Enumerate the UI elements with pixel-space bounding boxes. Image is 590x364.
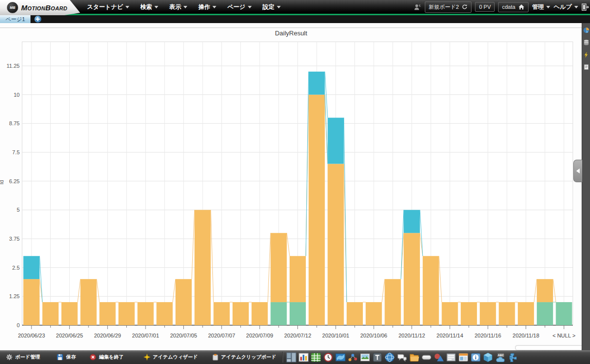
database-icon[interactable] [583, 39, 590, 45]
board-name-box[interactable]: 新規ボード2 [425, 1, 472, 13]
bar-segment-orange-5[interactable] [118, 302, 135, 325]
bar-segment-orange-11[interactable] [233, 302, 249, 325]
bar-segment-orange-10[interactable] [213, 302, 230, 325]
bar-segment-orange-1[interactable] [42, 302, 59, 325]
bar-segment-orange-26[interactable] [518, 302, 534, 325]
menu-admin[interactable]: 管理 [532, 3, 550, 11]
home-icon[interactable] [518, 4, 525, 10]
document-icon[interactable] [583, 63, 590, 70]
menu-item-4[interactable]: ページ [223, 0, 256, 14]
bar-segment-orange-9[interactable] [195, 210, 211, 325]
layout-item-icon[interactable] [286, 352, 296, 363]
horizontal-scrollbar-thumb[interactable] [515, 345, 582, 350]
toolbar-button-4[interactable]: アイテムクリップボード [212, 354, 276, 361]
pv-counter: 0 PV [475, 2, 495, 12]
info-item-icon[interactable] [471, 352, 481, 363]
toolbar-button-label: アイテムクリップボード [221, 354, 276, 361]
puzzle-item-icon[interactable] [507, 352, 518, 363]
bar-segment-green-28[interactable] [556, 302, 572, 325]
chevron-down-icon [277, 6, 281, 8]
y-tick-label: 2.5 [12, 265, 20, 271]
bar-segment-orange-24[interactable] [480, 302, 496, 325]
menu-items: スタートナビ検索表示操作ページ設定 [83, 0, 285, 14]
lightning-icon[interactable] [583, 51, 590, 57]
bar-segment-orange-17[interactable] [347, 302, 363, 325]
bar-segment-orange-8[interactable] [176, 279, 192, 325]
y-tick-label: 0 [17, 322, 20, 328]
toolbar-button-label: ボード管理 [15, 354, 40, 361]
tab-page1[interactable]: ページ1 [0, 15, 30, 23]
user-box[interactable]: cdata [498, 2, 529, 12]
cube-item-icon[interactable] [483, 352, 493, 363]
bar-segment-orange-27[interactable] [537, 279, 553, 302]
bar-segment-blue-16[interactable] [327, 118, 344, 164]
bar-segment-blue-15[interactable] [309, 72, 325, 95]
comment-item-icon[interactable] [397, 352, 407, 363]
table-item-icon[interactable] [311, 352, 321, 363]
toolbar-button-2[interactable]: 編集を終了 [89, 354, 123, 361]
reload-icon[interactable] [462, 4, 468, 10]
menu-item-2[interactable]: 表示 [165, 0, 192, 14]
bar-segment-orange-2[interactable] [61, 302, 78, 325]
motionboard-window: MB MOTIONBOARD スタートナビ検索表示操作ページ設定 新規ボード2 … [0, 0, 590, 364]
logout-icon[interactable] [582, 3, 589, 11]
bar-segment-orange-14[interactable] [290, 256, 306, 302]
bar-segment-orange-25[interactable] [499, 302, 515, 325]
bar-segment-blue-0[interactable] [24, 256, 40, 279]
form-item-icon[interactable] [446, 352, 456, 363]
menu-item-3[interactable]: 操作 [194, 0, 221, 14]
item-palette: ABC [286, 352, 518, 363]
map-item-icon[interactable] [335, 352, 346, 363]
x-tick-label: 2020/07/07 [208, 333, 235, 338]
x-tick-label: 2020/06/25 [56, 333, 83, 338]
clock-item-icon[interactable] [323, 352, 333, 363]
bar-segment-green-13[interactable] [270, 302, 287, 325]
bar-segment-green-27[interactable] [537, 302, 553, 325]
shapes-item-icon[interactable] [434, 352, 444, 363]
gear-icon [6, 354, 13, 361]
bar-segment-orange-4[interactable] [99, 302, 116, 325]
bar-segment-orange-23[interactable] [461, 302, 477, 325]
text-item-icon[interactable] [372, 352, 383, 363]
menu-item-1[interactable]: 検索 [136, 0, 163, 14]
abc-item-icon[interactable]: ABC [495, 352, 505, 363]
bar-segment-orange-18[interactable] [366, 302, 382, 325]
window-item-icon[interactable] [458, 352, 469, 363]
bar-segment-orange-3[interactable] [81, 279, 97, 325]
bar-segment-orange-12[interactable] [252, 302, 268, 325]
toolbar-button-3[interactable]: アイテムウィザード [144, 354, 198, 361]
bar-segment-orange-21[interactable] [423, 256, 439, 325]
button-item-icon[interactable] [421, 352, 432, 363]
bar-segment-orange-13[interactable] [270, 233, 287, 302]
scatter-item-icon[interactable] [348, 352, 358, 363]
bar-segment-green-14[interactable] [290, 302, 306, 325]
toolbar-buttons: ボード管理保存編集を終了アイテムウィザードアイテムクリップボード [6, 354, 276, 361]
menu-help[interactable]: ヘルプ [554, 3, 578, 11]
bar-segment-orange-22[interactable] [442, 302, 458, 325]
stop-icon [89, 354, 96, 361]
menu-item-5[interactable]: 設定 [258, 0, 285, 14]
link-item-icon[interactable] [384, 352, 395, 363]
motionboard-logo[interactable]: MB MOTIONBOARD [0, 0, 84, 15]
bar-segment-orange-0[interactable] [24, 279, 40, 325]
menu-item-0[interactable]: スタートナビ [83, 0, 134, 14]
bar-segment-orange-6[interactable] [138, 302, 154, 325]
bar-segment-orange-19[interactable] [384, 279, 401, 325]
wand-icon [144, 354, 150, 361]
panel-collapse-handle[interactable] [573, 160, 582, 182]
assistant-icon[interactable] [414, 3, 421, 11]
bar-segment-orange-7[interactable] [156, 302, 173, 325]
folder-item-icon[interactable] [409, 352, 419, 363]
daily-result-chart[interactable]: 01.252.53.7556.257.58.751011.252020/06/2… [0, 23, 582, 350]
pie-chart-icon[interactable] [583, 27, 590, 33]
toolbar-button-0[interactable]: ボード管理 [6, 354, 40, 361]
graph-item-icon[interactable] [298, 352, 309, 363]
bar-segment-blue-20[interactable] [404, 210, 420, 233]
image-item-icon[interactable] [360, 352, 370, 363]
toolbar-button-1[interactable]: 保存 [57, 354, 76, 361]
y-tick-label: 1.25 [9, 293, 20, 299]
add-page-button[interactable] [34, 16, 41, 23]
bar-segment-orange-16[interactable] [327, 164, 344, 325]
bar-segment-orange-20[interactable] [404, 233, 420, 325]
bar-segment-orange-15[interactable] [309, 95, 325, 325]
